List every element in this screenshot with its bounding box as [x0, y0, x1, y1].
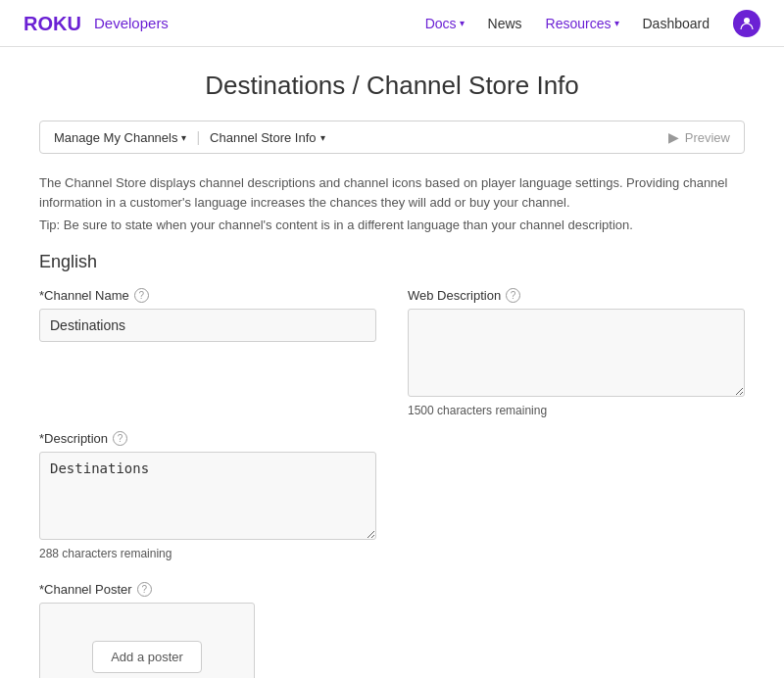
breadcrumb-left: Manage My Channels ▾ | Channel Store Inf…	[54, 129, 325, 145]
user-icon	[739, 16, 755, 31]
form-grid: *Channel Name ? Web Description ? 1500 c…	[39, 288, 745, 574]
web-description-help-icon[interactable]: ?	[506, 288, 520, 303]
main-content: Destinations / Channel Store Info Manage…	[20, 47, 764, 678]
web-description-label: Web Description ?	[408, 288, 745, 303]
tip-text: Tip: Be sure to state when your channel'…	[39, 218, 745, 232]
description-chars: 288 characters remaining	[39, 547, 376, 560]
preview-button[interactable]: ▶ Preview	[668, 129, 730, 145]
manage-dropdown-arrow: ▾	[181, 132, 186, 143]
channel-name-help-icon[interactable]: ?	[134, 288, 149, 303]
user-avatar[interactable]	[733, 10, 760, 37]
breadcrumb-bar: Manage My Channels ▾ | Channel Store Inf…	[39, 121, 745, 154]
roku-logo: ROKU	[24, 13, 82, 34]
breadcrumb-separator: |	[196, 129, 200, 145]
channel-name-label: *Channel Name ?	[39, 288, 376, 303]
description-textarea[interactable]: Destinations	[39, 452, 376, 540]
web-description-chars: 1500 characters remaining	[408, 404, 745, 417]
channel-poster-group: *Channel Poster ? Add a poster	[39, 582, 745, 678]
navbar-links: Docs ▾ News Resources ▾ Dashboard	[425, 10, 760, 37]
poster-upload-area[interactable]: Add a poster	[39, 603, 255, 678]
description-help-icon[interactable]: ?	[113, 431, 127, 446]
web-description-textarea[interactable]	[408, 309, 745, 397]
resources-link[interactable]: Resources ▾	[546, 16, 619, 31]
docs-link[interactable]: Docs ▾	[425, 16, 465, 31]
channel-poster-label: *Channel Poster ?	[39, 582, 745, 597]
navbar: ROKU Developers Docs ▾ News Resources ▾ …	[0, 0, 784, 47]
svg-text:ROKU: ROKU	[24, 13, 81, 34]
developers-label: Developers	[94, 15, 169, 31]
description-group: *Description ? Destinations 288 characte…	[39, 431, 376, 560]
english-section-header: English	[39, 252, 745, 272]
resources-dropdown-arrow: ▾	[614, 18, 619, 28]
brand: ROKU Developers	[24, 13, 169, 34]
web-description-group: Web Description ? 1500 characters remain…	[408, 288, 745, 417]
news-link[interactable]: News	[488, 16, 522, 31]
breadcrumb-channel-store[interactable]: Channel Store Info ▾	[210, 130, 324, 145]
channel-store-dropdown-arrow: ▾	[320, 132, 325, 143]
channel-name-input[interactable]	[39, 309, 376, 342]
description-label: *Description ?	[39, 431, 376, 446]
breadcrumb-manage[interactable]: Manage My Channels ▾	[54, 130, 186, 145]
preview-icon: ▶	[668, 129, 679, 145]
dashboard-link[interactable]: Dashboard	[643, 16, 710, 31]
page-title: Destinations / Channel Store Info	[39, 71, 745, 101]
channel-name-group: *Channel Name ?	[39, 288, 376, 417]
info-text: The Channel Store displays channel descr…	[39, 173, 745, 212]
channel-poster-help-icon[interactable]: ?	[137, 582, 152, 597]
add-poster-button[interactable]: Add a poster	[92, 641, 202, 673]
docs-dropdown-arrow: ▾	[460, 18, 465, 28]
roku-wordmark: ROKU	[24, 13, 82, 34]
svg-point-1	[744, 18, 750, 24]
